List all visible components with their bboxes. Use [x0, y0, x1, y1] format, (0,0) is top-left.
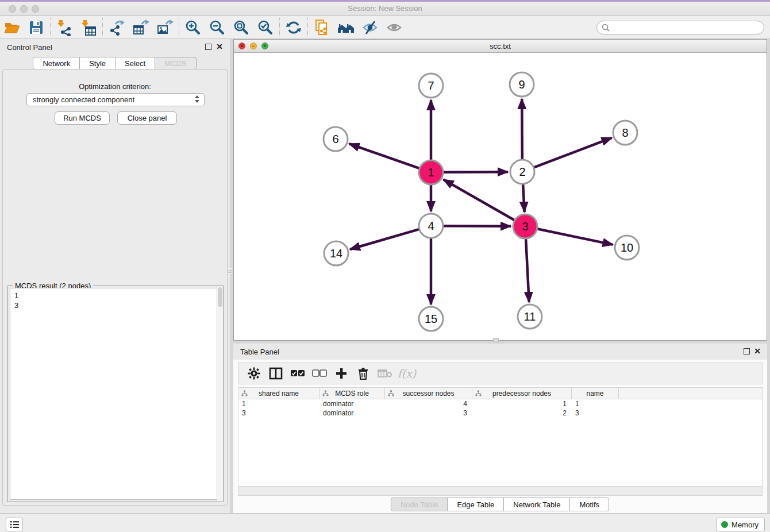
close-panel-button[interactable]: Close panel: [117, 111, 177, 125]
table-header-row: shared nameMCDS rolesuccessor nodesprede…: [238, 388, 762, 399]
open-file-icon[interactable]: [0, 18, 24, 37]
status-bar: Memory: [0, 513, 770, 532]
column-header-mcds-role[interactable]: MCDS role: [319, 388, 385, 399]
tab-motifs[interactable]: Motifs: [569, 498, 609, 511]
delete-table-icon[interactable]: [374, 364, 396, 383]
mcds-result-text[interactable]: 1 3: [10, 288, 221, 500]
control-panel: Control Panel ✕ NetworkStyleSelectMCDS O…: [0, 39, 230, 513]
graph-node-label-9: 9: [518, 78, 525, 91]
table-cell[interactable]: 2: [472, 408, 572, 418]
column-header-name[interactable]: name: [572, 388, 619, 399]
column-header-predecessor-nodes[interactable]: predecessor nodes: [472, 388, 572, 399]
hide-graphics-details-icon[interactable]: [358, 18, 382, 37]
deselect-all-checkboxes-icon[interactable]: [309, 364, 330, 383]
tab-mcds[interactable]: MCDS: [155, 57, 196, 70]
table-cell[interactable]: dominator: [319, 399, 385, 408]
import-table-icon[interactable]: [76, 18, 101, 37]
table-cell[interactable]: 4: [385, 399, 472, 408]
function-builder-icon[interactable]: f(x): [396, 364, 418, 383]
toolbar-separator: [179, 18, 179, 37]
delete-column-trash-icon[interactable]: [352, 364, 374, 383]
graph-edge-1-6[interactable]: [349, 144, 420, 168]
float-panel-icon[interactable]: [205, 44, 211, 50]
toolbar-separator: [279, 18, 280, 37]
tab-network-table[interactable]: Network Table: [503, 498, 570, 511]
table-row[interactable]: 1dominator411: [238, 399, 762, 408]
graph-edge-3-10[interactable]: [537, 229, 613, 245]
graph-node-label-11: 11: [524, 310, 536, 323]
import-network-icon[interactable]: [52, 18, 76, 37]
graph-edge-4-14[interactable]: [350, 229, 419, 249]
zoom-selected-icon[interactable]: [253, 18, 278, 37]
tab-select[interactable]: Select: [115, 57, 155, 70]
column-visibility-icon[interactable]: [265, 364, 287, 383]
network-window-title: scc.txt: [234, 42, 767, 51]
toolbar-separator: [50, 18, 51, 37]
tab-node-table[interactable]: Node Table: [391, 498, 448, 511]
select-all-checkboxes-icon[interactable]: [287, 364, 309, 383]
table-panel-tabs: Node TableEdge TableNetwork TableMotifs: [233, 498, 767, 511]
graph-edge-3-11[interactable]: [526, 238, 529, 302]
table-panel: Table Panel ✕: [233, 344, 767, 513]
result-scrollbar[interactable]: [217, 286, 223, 502]
run-mcds-button[interactable]: Run MCDS: [55, 111, 110, 125]
horizontal-splitter-handle[interactable]: [493, 338, 499, 342]
toolbar-separator: [102, 18, 103, 37]
task-history-button[interactable]: [6, 518, 23, 531]
show-all-networks-icon[interactable]: [334, 18, 358, 37]
zoom-in-icon[interactable]: [181, 18, 205, 37]
tab-style[interactable]: Style: [79, 57, 116, 70]
table-cell[interactable]: 1: [472, 399, 572, 408]
table-cell[interactable]: 3: [572, 408, 619, 418]
table-row[interactable]: 3dominator323: [238, 408, 762, 418]
table-cell[interactable]: 3: [238, 408, 319, 418]
table-cell[interactable]: 1: [572, 399, 619, 408]
graph-edge-2-8[interactable]: [534, 138, 612, 168]
float-panel-icon[interactable]: [744, 348, 750, 354]
export-network-icon[interactable]: [105, 18, 129, 37]
main-toolbar: [0, 16, 770, 39]
add-column-icon[interactable]: [330, 364, 352, 383]
table-body: 1dominator4113dominator323: [238, 399, 762, 418]
vertical-splitter-handle[interactable]: [228, 263, 232, 278]
graph-edge-3-1[interactable]: [444, 179, 515, 220]
network-canvas[interactable]: 7968124314101511: [234, 53, 767, 340]
memory-label: Memory: [732, 521, 759, 529]
graph-edge-2-3[interactable]: [523, 184, 525, 212]
criterion-select[interactable]: strongly connected component: [26, 93, 205, 106]
zoom-out-icon[interactable]: [205, 18, 229, 37]
zoom-fit-icon[interactable]: [229, 18, 253, 37]
close-panel-icon[interactable]: ✕: [754, 347, 761, 355]
close-panel-icon[interactable]: ✕: [216, 43, 223, 51]
table-cell[interactable]: 3: [385, 408, 472, 418]
network-view-window: ✕ − + scc.txt 7968124314101511: [233, 39, 767, 341]
refresh-view-icon[interactable]: [282, 18, 306, 37]
tab-network[interactable]: Network: [33, 57, 80, 70]
export-image-icon[interactable]: [153, 18, 177, 37]
table-panel-header: Table Panel ✕: [233, 344, 767, 360]
search-input[interactable]: [613, 24, 764, 32]
table-cell[interactable]: dominator: [319, 408, 385, 418]
graph-edge-1-2[interactable]: [443, 172, 508, 172]
graph-node-label-4: 4: [428, 219, 434, 232]
table-settings-gear-icon[interactable]: [243, 364, 265, 383]
column-header-successor-nodes[interactable]: successor nodes: [385, 388, 472, 399]
table-cell[interactable]: 1: [238, 399, 319, 408]
graph-node-label-3: 3: [522, 220, 528, 233]
toggle-view-eye-icon[interactable]: [382, 18, 406, 37]
graph-edge-2-9[interactable]: [522, 99, 522, 160]
column-header-shared-name[interactable]: shared name: [238, 388, 319, 399]
graph[interactable]: 7968124314101511: [234, 53, 767, 340]
search-field[interactable]: [596, 21, 764, 34]
save-session-icon[interactable]: [24, 18, 48, 37]
graph-node-label-14: 14: [330, 247, 342, 260]
list-icon: [10, 521, 20, 529]
mcds-panel: Optimization criterion: strongly connect…: [2, 69, 228, 506]
graph-edge-4-3[interactable]: [443, 226, 511, 226]
table-horizontal-scrollbar[interactable]: [238, 486, 763, 496]
tab-edge-table[interactable]: Edge Table: [447, 498, 504, 511]
export-table-icon[interactable]: [129, 18, 153, 37]
memory-button[interactable]: Memory: [716, 518, 765, 531]
optimization-criterion-label: Optimization criterion:: [3, 82, 227, 91]
clone-network-icon[interactable]: [310, 18, 334, 37]
